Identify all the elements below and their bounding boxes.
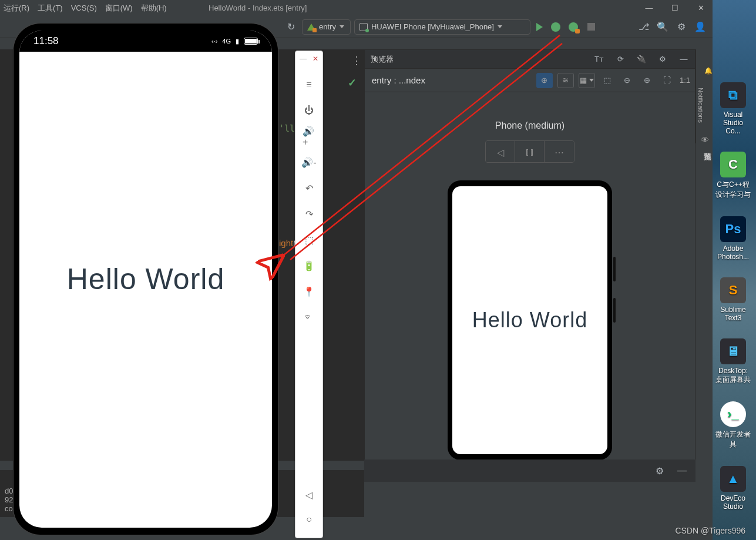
zoom-in-icon[interactable]: ⊕: [642, 75, 653, 86]
menu-vcs[interactable]: VCS(S): [71, 4, 97, 12]
emu-volume-up-icon[interactable]: 🔊+: [303, 130, 315, 143]
previewer-status-bar: ⚙ —: [364, 459, 695, 482]
window-maximize-button[interactable]: ☐: [670, 4, 680, 12]
signal-bars-icon: ▮: [236, 38, 239, 45]
emu-menu-icon[interactable]: ≡: [303, 78, 315, 91]
grid-button[interactable]: ▦: [579, 73, 595, 88]
emu-power-icon[interactable]: ⏻: [303, 104, 315, 117]
watermark: CSDN @Tigers996: [675, 526, 745, 535]
previewer-panel: 预览器 Tᴛ ⟳ 🔌 ⚙ — entry : ...ndex ⊕ ≋ ▦ ⬚ ⊖…: [364, 49, 695, 461]
orient-more-button[interactable]: ⋯: [545, 141, 574, 163]
window-close-button[interactable]: ✕: [696, 4, 705, 12]
desktop-icon-photoshop[interactable]: PsAdobe Photosh...: [715, 216, 751, 261]
scale-label[interactable]: 1:1: [680, 76, 690, 85]
preview-eye-icon[interactable]: 👁: [701, 135, 709, 145]
settings-icon[interactable]: ⚙: [654, 465, 665, 476]
settings-icon[interactable]: ⚙: [676, 22, 687, 32]
bell-icon: 🔔: [704, 67, 713, 75]
emulator-hello-text: Hello World: [67, 262, 225, 296]
phone-connected-icon: [359, 23, 368, 31]
menu-tools[interactable]: 工具(T): [38, 3, 63, 14]
layers-button[interactable]: ≋: [557, 73, 574, 88]
emulator-time: 11:58: [33, 35, 59, 47]
window-title: HelloWorld - Index.ets [entry]: [209, 4, 307, 12]
desktop-icon-sublime[interactable]: SSublime Text3: [715, 277, 751, 322]
target-icon: ⊕: [541, 76, 547, 85]
collapse-icon[interactable]: —: [677, 465, 687, 476]
coverage-button[interactable]: [569, 22, 578, 32]
previewer-subheader: entry : ...ndex ⊕ ≋ ▦ ⬚ ⊖ ⊕ ⛶ 1:1: [365, 69, 695, 92]
collapse-icon[interactable]: —: [678, 54, 689, 65]
emu-wifi-icon[interactable]: ᯤ: [303, 311, 315, 324]
desktop-icon-vscode[interactable]: ⧉Visual Studio Co...: [715, 82, 751, 135]
emulator-phone-window[interactable]: 11:58 ‹·› 4G ▮ Hello World: [14, 24, 278, 535]
preview-hello-text: Hello World: [472, 308, 587, 333]
fit-icon[interactable]: ⛶: [662, 75, 673, 86]
desktop-icon-cpp[interactable]: CC与C++程设计学习与: [715, 152, 751, 200]
desktop-icon-wechat-dev[interactable]: ›_微信开发者具: [715, 401, 751, 450]
chevron-down-icon: [498, 25, 502, 28]
emulator-screen[interactable]: 11:58 ‹·› 4G ▮ Hello World: [19, 31, 272, 528]
run-config-label: entry: [319, 22, 336, 31]
search-icon[interactable]: 🔍: [657, 22, 668, 32]
run-config-dropdown[interactable]: entry: [302, 19, 351, 35]
emulator-status-bar: 11:58 ‹·› 4G ▮: [19, 31, 272, 52]
emu-rotate-ccw-icon[interactable]: ↶: [303, 182, 315, 194]
device-dropdown[interactable]: HUAWEI Phone [MyHuawei_Phone]: [354, 19, 530, 35]
chevron-down-icon: [589, 79, 594, 82]
window-minimize-button[interactable]: —: [644, 4, 654, 12]
hd-icon: ‹·›: [211, 38, 217, 45]
stop-button[interactable]: [587, 23, 595, 31]
emu-battery-icon[interactable]: 🔋: [303, 259, 315, 272]
preview-phone-frame: Hello World: [448, 180, 612, 460]
emu-rotate-cw-icon[interactable]: ↷: [303, 207, 315, 220]
module-icon: [307, 23, 315, 31]
menu-run[interactable]: 运行(R): [4, 3, 29, 14]
editor-overflow-icon[interactable]: ⋮: [351, 54, 362, 67]
previewer-body: Phone (medium) ◁ ⫿⫿ ⋯ Hello World: [365, 92, 695, 460]
inspect-button[interactable]: ⊕: [536, 73, 553, 88]
reload-icon[interactable]: ⟳: [615, 54, 626, 65]
preview-device-label: Phone (medium): [495, 120, 565, 131]
battery-icon: [244, 38, 258, 45]
debug-button[interactable]: [551, 22, 560, 32]
previewer-settings-icon[interactable]: ⚙: [657, 54, 668, 65]
account-icon[interactable]: 👤: [695, 22, 705, 32]
notifications-tab[interactable]: 🔔 Notifications: [695, 49, 713, 143]
desktop-icon-deveco[interactable]: ▲DevEco Studio: [715, 466, 751, 511]
plug-icon[interactable]: 🔌: [636, 54, 647, 65]
previewer-breadcrumb[interactable]: entry : ...ndex: [372, 75, 425, 85]
emu-close-button[interactable]: ✕: [313, 55, 318, 63]
menu-bar: 运行(R) 工具(T) VCS(S) 窗口(W) 帮助(H) HelloWorl…: [0, 0, 713, 16]
device-label: HUAWEI Phone [MyHuawei_Phone]: [371, 22, 494, 31]
grid-icon: ▦: [580, 76, 587, 85]
preview-phone-screen[interactable]: Hello World: [452, 186, 607, 454]
crop-icon[interactable]: ⬚: [602, 75, 613, 86]
git-icon[interactable]: ⎇: [639, 22, 649, 32]
emu-location-icon[interactable]: 📍: [303, 285, 315, 298]
emu-volume-down-icon[interactable]: 🔊-: [303, 156, 315, 169]
desktop-icon-desktop-share[interactable]: 🖥DeskTop:桌面屏幕共: [715, 338, 751, 385]
emu-home-button[interactable]: ○: [303, 513, 315, 526]
emu-minimize-button[interactable]: —: [300, 55, 307, 63]
orient-split-button[interactable]: ⫿⫿: [515, 141, 545, 163]
notifications-label: Notifications: [697, 88, 704, 123]
sync-icon[interactable]: ↻: [285, 22, 296, 32]
text-size-icon[interactable]: Tᴛ: [594, 54, 604, 65]
orientation-controls: ◁ ⫿⫿ ⋯: [485, 140, 574, 163]
run-button[interactable]: [536, 23, 543, 31]
chevron-down-icon: [340, 25, 344, 28]
zoom-out-icon[interactable]: ⊖: [622, 75, 633, 86]
orient-prev-button[interactable]: ◁: [486, 141, 515, 163]
previewer-title: 预览器: [371, 54, 394, 65]
menu-help[interactable]: 帮助(H): [141, 3, 167, 14]
emu-screenshot-icon[interactable]: ⬚: [303, 233, 315, 246]
emulator-toolbar: — ✕ ≡ ⏻ 🔊+ 🔊- ↶ ↷ ⬚ 🔋 📍 ᯤ ◁ ○: [295, 51, 323, 538]
signal-icon: 4G: [222, 38, 231, 45]
inspection-ok-icon[interactable]: ✓: [348, 76, 357, 89]
previewer-header: 预览器 Tᴛ ⟳ 🔌 ⚙ —: [365, 50, 695, 69]
emu-back-button[interactable]: ◁: [303, 488, 315, 501]
menu-window[interactable]: 窗口(W): [105, 3, 133, 14]
desktop-icons-column: ⧉Visual Studio Co... CC与C++程设计学习与 PsAdob…: [713, 82, 754, 511]
layers-icon: ≋: [562, 76, 569, 85]
